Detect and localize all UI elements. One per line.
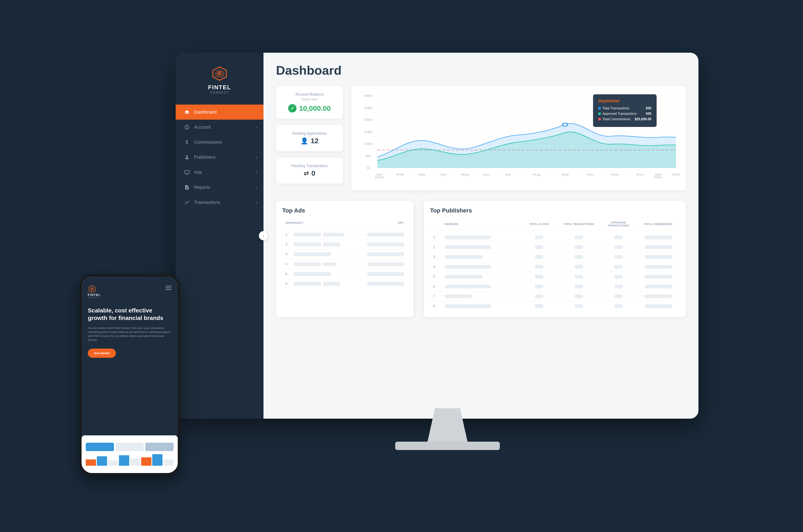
chart-bar bbox=[130, 458, 140, 466]
skeleton-cell bbox=[614, 265, 623, 269]
main-content: Dashboard Account Balance Credit Cards ✓… bbox=[264, 53, 699, 419]
page-title: Dashboard bbox=[276, 63, 686, 78]
tooltip-row-2: Approved Transactions 505 bbox=[598, 112, 651, 116]
pending-apps-icon: 👤 bbox=[301, 137, 308, 145]
skeleton-cell bbox=[367, 252, 404, 256]
skeleton-cell bbox=[575, 275, 583, 279]
sidebar-item-ads[interactable]: Ads › bbox=[176, 165, 264, 180]
table-row: 4. bbox=[430, 262, 680, 272]
account-balance-amount: 10,000.00 bbox=[299, 104, 331, 113]
pending-trans-icon: ⇄ bbox=[304, 170, 309, 177]
sidebar-item-reports[interactable]: Reports › bbox=[176, 180, 264, 195]
svg-text:50: 50 bbox=[365, 154, 371, 158]
skeleton-cell bbox=[535, 255, 543, 259]
phone-cta-button[interactable]: Get started bbox=[88, 348, 116, 358]
tooltip-dot-2 bbox=[598, 113, 601, 115]
svg-text:Jan/: Jan/ bbox=[375, 173, 383, 176]
nav-label-publishers: Publishers bbox=[194, 154, 216, 160]
table-row: 2. bbox=[430, 242, 680, 252]
pending-trans-number: 0 bbox=[311, 169, 316, 177]
sidebar: F FINTEL CONNECT ‹ Dashboard bbox=[176, 53, 264, 419]
skeleton-cell bbox=[294, 262, 321, 266]
skeleton-cell bbox=[535, 294, 543, 298]
person-icon bbox=[184, 154, 190, 160]
skeleton-cell bbox=[445, 255, 482, 259]
phone-content: Scalable, cost effective growth for fina… bbox=[81, 303, 178, 435]
bottom-section: Top Ads ID/PRODUCT EPC 1. bbox=[276, 201, 686, 317]
svg-text:F: F bbox=[91, 287, 93, 290]
pending-apps-value: 👤 12 bbox=[283, 137, 336, 145]
table-row: 8. bbox=[430, 301, 680, 311]
skeleton-cell bbox=[535, 275, 543, 279]
skeleton-cell bbox=[575, 255, 583, 259]
skeleton-cell bbox=[445, 265, 491, 269]
table-row: 4. bbox=[282, 259, 407, 269]
tooltip-dot-3 bbox=[598, 118, 601, 120]
skeleton-cell bbox=[294, 272, 331, 276]
svg-text:Dec: Dec bbox=[636, 173, 644, 176]
sidebar-item-account[interactable]: Account › bbox=[176, 120, 264, 135]
stats-column: Account Balance Credit Cards ✓ 10,000.00… bbox=[276, 86, 343, 190]
nav-label-account: Account bbox=[194, 125, 211, 130]
report-icon bbox=[184, 185, 190, 190]
phone-img-block bbox=[86, 443, 114, 451]
tooltip-row-1: Total Transactions 650 bbox=[598, 107, 651, 110]
tooltip-dot-1 bbox=[598, 107, 601, 110]
nav-label-ads: Ads bbox=[194, 170, 202, 175]
skeleton-cell bbox=[614, 255, 623, 259]
tooltip-month: September bbox=[598, 98, 651, 103]
skeleton-cell bbox=[575, 245, 583, 249]
logo-subtitle: CONNECT bbox=[210, 91, 229, 94]
nav-arrow-ads: › bbox=[256, 170, 257, 175]
skeleton-cell bbox=[294, 233, 321, 236]
chart-bar bbox=[141, 457, 151, 466]
sidebar-item-commissions[interactable]: Commissions bbox=[176, 135, 264, 150]
skeleton-cell bbox=[645, 304, 672, 308]
skeleton-cell bbox=[323, 233, 344, 236]
svg-text:2021: 2021 bbox=[654, 176, 663, 178]
chart-bar bbox=[108, 460, 118, 466]
chart-bar bbox=[119, 455, 129, 466]
skeleton-cell bbox=[367, 282, 404, 286]
table-row: 5. bbox=[282, 269, 407, 279]
svg-text:F: F bbox=[218, 71, 221, 76]
phone-logo-text: FINTEL bbox=[88, 293, 100, 297]
phone-header: F FINTEL CONNECT bbox=[81, 277, 178, 303]
sidebar-collapse-button[interactable]: ‹ bbox=[259, 231, 268, 240]
svg-text:200: 200 bbox=[364, 118, 372, 121]
logo-area: F FINTEL CONNECT bbox=[176, 61, 264, 104]
sidebar-item-dashboard[interactable]: Dashboard bbox=[176, 104, 264, 120]
skeleton-cell bbox=[445, 235, 491, 239]
sidebar-item-transactions[interactable]: Transactions › bbox=[176, 195, 264, 210]
nav-arrow-publishers: › bbox=[256, 155, 257, 159]
phone: F FINTEL CONNECT Scalable, cost effectiv… bbox=[79, 274, 180, 475]
phone-logo-icon: F bbox=[88, 285, 96, 293]
svg-text:Jun: Jun bbox=[483, 173, 490, 176]
nav-label-transactions: Transactions bbox=[194, 200, 220, 205]
hamburger-menu[interactable] bbox=[166, 285, 171, 290]
phone-bottom-image bbox=[81, 435, 178, 473]
nav-arrow-transactions: › bbox=[256, 200, 257, 205]
table-row: 1. bbox=[282, 230, 407, 240]
top-ads-section: Top Ads ID/PRODUCT EPC 1. bbox=[276, 201, 414, 317]
tooltip-label-1: Total Transactions bbox=[603, 107, 629, 110]
monitor-screen: F FINTEL CONNECT ‹ Dashboard bbox=[176, 53, 699, 419]
sidebar-item-publishers[interactable]: Publishers › bbox=[176, 150, 264, 165]
table-row: 6. bbox=[282, 279, 407, 289]
skeleton-cell bbox=[614, 275, 623, 279]
phone-chart-bars bbox=[86, 453, 174, 466]
phone-img-block bbox=[145, 443, 174, 451]
skeleton-cell bbox=[645, 294, 672, 298]
phone-logo-sub: CONNECT bbox=[88, 297, 100, 299]
chart-bar bbox=[86, 459, 96, 466]
skeleton-cell bbox=[294, 252, 331, 256]
monitor-base bbox=[395, 442, 500, 450]
table-row: 1. bbox=[430, 232, 680, 242]
phone-headline: Scalable, cost effective growth for fina… bbox=[88, 307, 171, 322]
logo-title: FINTEL bbox=[208, 84, 231, 91]
skeleton-cell bbox=[535, 235, 543, 239]
skeleton-cell bbox=[614, 304, 623, 308]
skeleton-cell bbox=[575, 304, 583, 308]
svg-text:Aug: Aug bbox=[533, 173, 540, 176]
skeleton-cell bbox=[323, 282, 340, 286]
